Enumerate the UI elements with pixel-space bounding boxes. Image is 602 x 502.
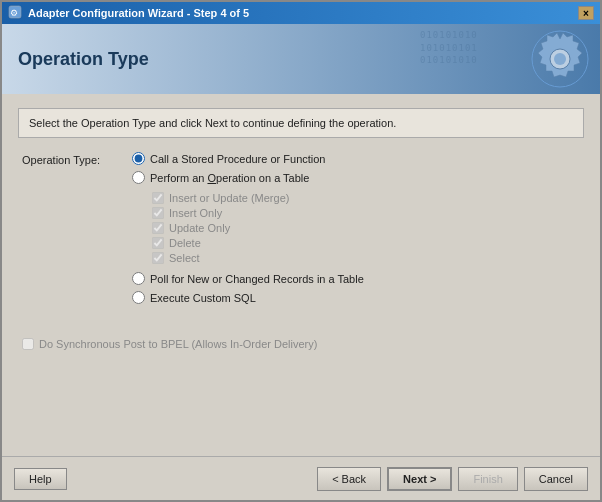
- close-button[interactable]: ×: [578, 6, 594, 20]
- footer-left: Help: [14, 468, 67, 490]
- radio-option-3[interactable]: Poll for New or Changed Records in a Tab…: [132, 272, 364, 285]
- sync-checkbox[interactable]: [22, 338, 34, 350]
- checkbox-insert-only-input[interactable]: [152, 207, 164, 219]
- svg-point-4: [554, 53, 566, 65]
- svg-text:⚙: ⚙: [10, 8, 18, 18]
- checkbox-insert-update-label: Insert or Update (Merge): [169, 192, 289, 204]
- footer-right: < Back Next > Finish Cancel: [317, 467, 588, 491]
- sub-options: Insert or Update (Merge) Insert Only Upd…: [152, 192, 364, 264]
- checkbox-update-only-input[interactable]: [152, 222, 164, 234]
- radio-label-2: Perform an Operation on a Table: [150, 172, 309, 184]
- title-bar-left: ⚙ Adapter Configuration Wizard - Step 4 …: [8, 5, 249, 22]
- title-bar-icon: ⚙: [8, 5, 22, 22]
- cancel-button[interactable]: Cancel: [524, 467, 588, 491]
- checkbox-select-label: Select: [169, 252, 200, 264]
- checkbox-select[interactable]: Select: [152, 252, 364, 264]
- next-button[interactable]: Next >: [387, 467, 452, 491]
- checkbox-insert-only[interactable]: Insert Only: [152, 207, 364, 219]
- checkbox-insert-update-input[interactable]: [152, 192, 164, 204]
- form-section: Operation Type: Call a Stored Procedure …: [18, 152, 584, 350]
- radio-input-1[interactable]: [132, 152, 145, 165]
- radio-label-4: Execute Custom SQL: [150, 292, 256, 304]
- help-button[interactable]: Help: [14, 468, 67, 490]
- checkbox-insert-only-label: Insert Only: [169, 207, 222, 219]
- radio-label-1: Call a Stored Procedure or Function: [150, 153, 325, 165]
- operation-type-row: Operation Type: Call a Stored Procedure …: [22, 152, 584, 304]
- checkbox-delete-label: Delete: [169, 237, 201, 249]
- info-box: Select the Operation Type and click Next…: [18, 108, 584, 138]
- header-panel: Operation Type 010101010 101010101 01010…: [2, 24, 600, 94]
- checkbox-insert-update[interactable]: Insert or Update (Merge): [152, 192, 364, 204]
- back-button[interactable]: < Back: [317, 467, 381, 491]
- checkbox-delete-input[interactable]: [152, 237, 164, 249]
- wizard-window: ⚙ Adapter Configuration Wizard - Step 4 …: [0, 0, 602, 502]
- gear-icon: [530, 29, 590, 89]
- radio-label-3: Poll for New or Changed Records in a Tab…: [150, 273, 364, 285]
- checkbox-update-only[interactable]: Update Only: [152, 222, 364, 234]
- operation-type-label: Operation Type:: [22, 152, 122, 166]
- radio-options: Call a Stored Procedure or Function Perf…: [132, 152, 364, 304]
- content-area: Select the Operation Type and click Next…: [2, 94, 600, 456]
- radio-option-4[interactable]: Execute Custom SQL: [132, 291, 364, 304]
- radio-input-2[interactable]: [132, 171, 145, 184]
- checkbox-delete[interactable]: Delete: [152, 237, 364, 249]
- title-bar: ⚙ Adapter Configuration Wizard - Step 4 …: [2, 2, 600, 24]
- checkbox-select-input[interactable]: [152, 252, 164, 264]
- radio-option-2[interactable]: Perform an Operation on a Table: [132, 171, 364, 184]
- finish-button[interactable]: Finish: [458, 467, 517, 491]
- page-title: Operation Type: [18, 49, 149, 70]
- sync-section: Do Synchronous Post to BPEL (Allows In-O…: [22, 338, 584, 350]
- sync-label: Do Synchronous Post to BPEL (Allows In-O…: [39, 338, 317, 350]
- radio-option-1[interactable]: Call a Stored Procedure or Function: [132, 152, 364, 165]
- checkbox-update-only-label: Update Only: [169, 222, 230, 234]
- radio-input-4[interactable]: [132, 291, 145, 304]
- header-bg-text: 010101010 101010101 010101010: [420, 29, 540, 67]
- footer: Help < Back Next > Finish Cancel: [2, 456, 600, 500]
- radio-input-3[interactable]: [132, 272, 145, 285]
- info-text: Select the Operation Type and click Next…: [29, 117, 396, 129]
- title-bar-title: Adapter Configuration Wizard - Step 4 of…: [28, 7, 249, 19]
- header-graphic: 010101010 101010101 010101010: [420, 24, 600, 94]
